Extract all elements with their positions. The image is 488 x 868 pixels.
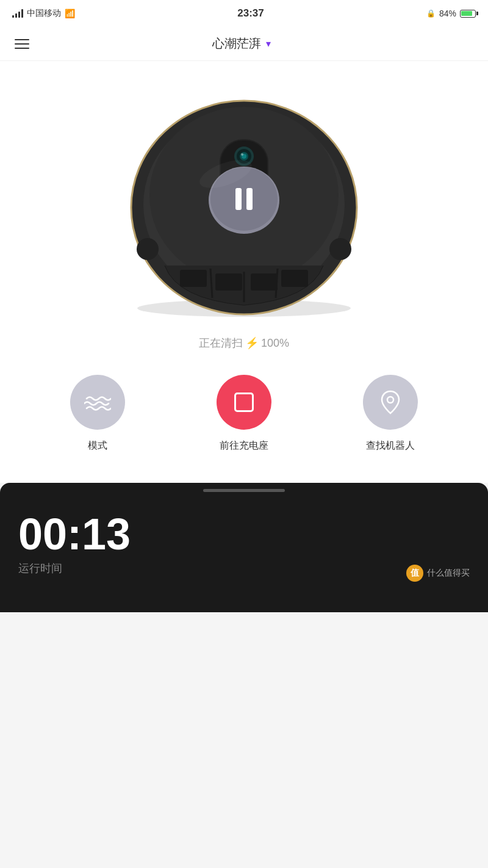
charge-label: 前往充电座 [220,439,268,452]
bottom-panel: 00:13 运行时间 值 什么值得买 [0,483,488,612]
brand-text: 什么值得买 [427,568,470,579]
svg-rect-20 [215,273,242,291]
svg-point-23 [137,238,159,260]
status-right: 🔒 84% [426,9,476,18]
svg-rect-22 [281,270,308,287]
controls-row: 模式 前往充电座 查找机器人 [0,375,488,483]
charge-button[interactable] [217,375,271,430]
mode-control[interactable]: 模式 [70,375,125,452]
charge-control[interactable]: 前往充电座 [217,375,271,452]
location-pin-icon [379,390,401,414]
signal-icon [12,9,23,18]
nav-title: 心潮茫湃 [212,35,261,52]
svg-rect-21 [251,273,278,291]
lock-icon: 🔒 [426,9,436,18]
status-bar: 中国移动 📶 23:37 🔒 84% [0,0,488,27]
svg-rect-15 [246,188,253,210]
nav-title-container[interactable]: 心潮茫湃 ▾ [212,35,271,52]
battery-icon [460,10,476,18]
status-time: 23:37 [237,7,264,20]
lightning-icon: ⚡ [245,336,259,350]
menu-button[interactable] [15,39,29,49]
brand-icon: 值 [406,565,423,582]
robot-image [116,85,372,317]
svg-rect-14 [235,188,242,210]
timer-value: 00:13 [18,512,470,556]
brand-watermark: 值 什么值得买 [406,565,470,582]
find-button[interactable] [363,375,418,430]
timer-display: 00:13 运行时间 [18,512,470,576]
waves-icon [84,394,111,411]
robot-area [0,61,488,330]
find-label: 查找机器人 [366,439,415,452]
svg-point-11 [241,153,243,156]
battery-level: 100% [261,337,289,350]
find-control[interactable]: 查找机器人 [363,375,418,452]
nav-bar: 心潮茫湃 ▾ [0,27,488,61]
stop-icon [234,392,254,412]
status-left: 中国移动 📶 [12,8,75,19]
main-content: 正在清扫 ⚡ 100% 模式 前往充电座 [0,61,488,483]
mode-label: 模式 [88,439,107,452]
mode-button[interactable] [70,375,125,430]
chevron-down-icon: ▾ [266,38,271,49]
cleaning-status: 正在清扫 [199,336,243,350]
svg-point-26 [387,397,393,403]
home-indicator [203,489,285,492]
status-text: 正在清扫 ⚡ 100% [199,336,289,350]
wifi-icon: 📶 [65,9,75,18]
svg-point-24 [329,238,351,260]
battery-percent-text: 84% [439,9,456,18]
carrier-text: 中国移动 [27,8,61,19]
timer-label: 运行时间 [18,561,470,576]
svg-rect-19 [180,270,207,287]
